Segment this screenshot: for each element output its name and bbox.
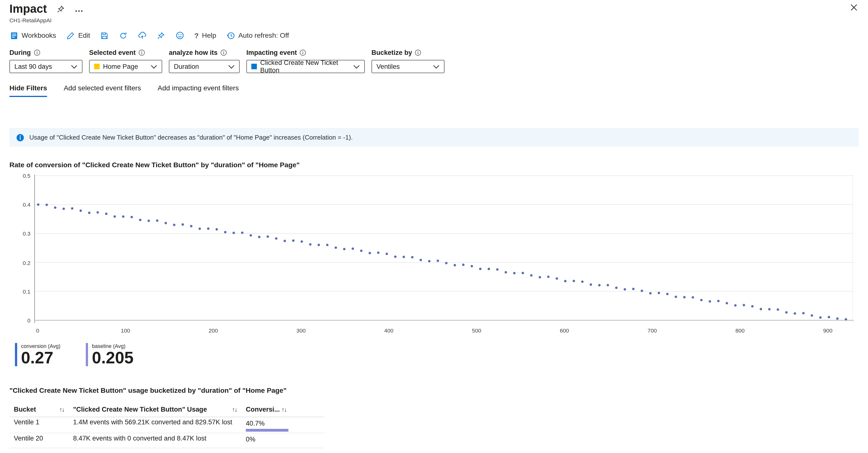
bucketize-dropdown[interactable]: Ventiles [371, 60, 444, 73]
data-point [725, 302, 728, 304]
data-point [139, 219, 142, 221]
bucket-cell: Ventile 20 [9, 433, 68, 448]
data-point [394, 255, 397, 258]
save-button[interactable] [95, 28, 114, 43]
data-point [182, 223, 184, 226]
data-point [420, 259, 422, 261]
data-point [522, 272, 524, 274]
data-point [37, 203, 39, 206]
data-point [811, 314, 813, 317]
data-point [156, 219, 158, 222]
sort-icon[interactable]: ↑↓ [281, 406, 286, 413]
data-point [130, 216, 133, 219]
pin-to-dashboard-button[interactable] [152, 28, 170, 43]
data-point [207, 227, 209, 230]
refresh-button[interactable] [114, 28, 133, 43]
x-axis-tick-label: 600 [560, 328, 569, 334]
selected-event-dropdown[interactable]: Home Page [89, 60, 162, 73]
sort-icon[interactable]: ↑↓ [232, 406, 237, 413]
data-point [45, 204, 48, 206]
sort-icon[interactable]: ↑↓ [59, 406, 64, 413]
help-label: Help [202, 32, 216, 39]
data-point [292, 239, 294, 242]
tab-hide-filters[interactable]: Hide Filters [9, 84, 47, 97]
info-icon [220, 49, 227, 56]
data-point [641, 290, 643, 292]
x-axis-tick-label: 100 [121, 328, 130, 334]
y-axis-tick-label: 0.5 [9, 173, 30, 179]
column-header-conversion[interactable]: Conversi...↑↓ [242, 402, 324, 417]
feedback-button[interactable] [170, 28, 189, 43]
workbooks-icon [9, 31, 18, 40]
data-point [649, 292, 651, 294]
baseline-avg: baseline (Avg) 0.205 [86, 343, 133, 367]
pin-icon[interactable] [56, 4, 66, 14]
close-icon[interactable] [850, 3, 858, 12]
data-point [232, 232, 235, 234]
question-icon: ? [194, 31, 199, 40]
data-point [471, 265, 473, 267]
x-axis-tick-label: 900 [823, 328, 833, 334]
table-header-row: Bucket↑↓ "Clicked Create New Ticket Butt… [9, 402, 324, 417]
data-point [241, 232, 243, 234]
data-point [351, 248, 354, 250]
data-point [607, 284, 609, 286]
tab-add-impacting-event-filters[interactable]: Add impacting event filters [158, 84, 239, 97]
data-point [275, 237, 277, 240]
data-point [301, 240, 303, 243]
data-point [428, 260, 431, 262]
data-point [658, 292, 660, 294]
data-point [573, 280, 575, 282]
data-point [666, 293, 669, 295]
bucket-cell: Ventile 1 [9, 417, 68, 433]
data-point [198, 227, 201, 230]
insight-text: Usage of "Clicked Create New Ticket Butt… [29, 134, 353, 141]
workbooks-label: Workbooks [22, 32, 56, 39]
analyze-dropdown[interactable]: Duration [169, 60, 240, 73]
selected-event-label: Selected event [89, 49, 135, 57]
usage-cell: 8.47K events with 0 converted and 8.47K … [69, 433, 242, 448]
info-icon [415, 49, 422, 56]
resource-name: CH1-RetailAppAI [9, 17, 859, 23]
conversion-cell: 40.7% [242, 417, 324, 433]
data-point [683, 296, 686, 299]
column-label: "Clicked Create New Ticket Button" Usage [73, 405, 207, 413]
baseline-avg-value: 0.205 [92, 349, 133, 367]
conversion-avg-label: conversion (Avg) [21, 343, 60, 349]
analyze-value: Duration [174, 63, 199, 70]
table-row[interactable]: Ventile 11.4M events with 569.21K conver… [9, 417, 324, 433]
help-button[interactable]: ? Help [189, 28, 221, 43]
impacting-event-dropdown[interactable]: Clicked Create New Ticket Button [246, 60, 365, 73]
data-point [114, 215, 116, 218]
tab-add-selected-event-filters[interactable]: Add selected event filters [64, 84, 141, 97]
data-point [556, 277, 558, 280]
data-point [692, 296, 694, 299]
data-point [317, 244, 320, 246]
cloud-upload-button[interactable] [133, 28, 152, 43]
save-icon [100, 31, 109, 40]
conversion-value: 40.7% [246, 420, 320, 427]
info-icon [300, 49, 306, 56]
data-point [258, 236, 260, 238]
conversion-bar [246, 429, 289, 431]
more-options-button[interactable]: … [74, 7, 84, 11]
data-point [513, 272, 516, 275]
data-point [54, 206, 57, 209]
usage-table-body: Ventile 11.4M events with 569.21K conver… [9, 417, 324, 448]
edit-button[interactable]: Edit [61, 28, 95, 43]
data-point [216, 228, 218, 231]
table-row[interactable]: Ventile 208.47K events with 0 converted … [9, 433, 324, 448]
conversion-cell: 0% [242, 433, 324, 448]
column-header-usage[interactable]: "Clicked Create New Ticket Button" Usage… [69, 402, 242, 417]
filter-bucketize: Bucketize by Ventiles [371, 49, 444, 73]
data-point [454, 264, 456, 266]
workbooks-button[interactable]: Workbooks [9, 28, 61, 43]
info-icon [16, 133, 25, 142]
data-point [80, 209, 82, 212]
page-title: Impact [9, 2, 47, 16]
toolbar: Workbooks Edit [0, 28, 868, 43]
during-dropdown[interactable]: Last 90 days [9, 60, 83, 73]
auto-refresh-button[interactable]: Auto refresh: Off [221, 28, 294, 43]
header: Impact … CH1-RetailAppAI [0, 0, 868, 23]
column-header-bucket[interactable]: Bucket↑↓ [9, 402, 68, 417]
